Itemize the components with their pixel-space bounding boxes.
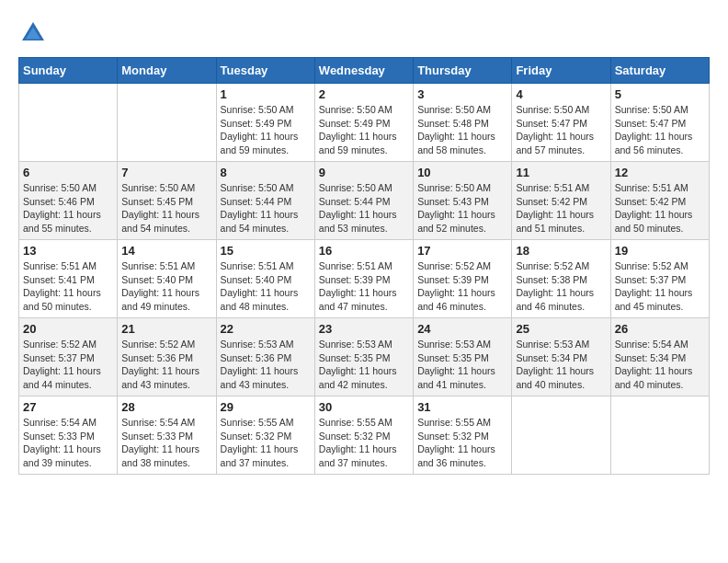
calendar-cell: 4Sunrise: 5:50 AM Sunset: 5:47 PM Daylig… — [512, 84, 610, 162]
day-info: Sunrise: 5:50 AM Sunset: 5:47 PM Dayligh… — [516, 103, 606, 157]
calendar-cell — [610, 396, 709, 475]
day-info: Sunrise: 5:50 AM Sunset: 5:46 PM Dayligh… — [23, 181, 113, 236]
calendar-cell — [118, 84, 216, 162]
calendar-cell: 6Sunrise: 5:50 AM Sunset: 5:46 PM Daylig… — [19, 162, 118, 240]
calendar-cell: 29Sunrise: 5:55 AM Sunset: 5:32 PM Dayli… — [216, 396, 314, 475]
day-info: Sunrise: 5:52 AM Sunset: 5:37 PM Dayligh… — [615, 259, 705, 314]
calendar-cell — [19, 84, 118, 162]
calendar-header: SundayMondayTuesdayWednesdayThursdayFrid… — [19, 58, 710, 84]
day-number: 31 — [417, 400, 507, 414]
day-info: Sunrise: 5:51 AM Sunset: 5:40 PM Dayligh… — [221, 259, 311, 314]
day-number: 27 — [23, 400, 113, 414]
calendar-cell: 25Sunrise: 5:53 AM Sunset: 5:34 PM Dayli… — [512, 318, 610, 396]
day-info: Sunrise: 5:52 AM Sunset: 5:39 PM Dayligh… — [417, 259, 507, 314]
day-info: Sunrise: 5:51 AM Sunset: 5:42 PM Dayligh… — [615, 181, 705, 236]
day-number: 2 — [319, 87, 409, 101]
week-row-5: 27Sunrise: 5:54 AM Sunset: 5:33 PM Dayli… — [19, 396, 710, 475]
calendar-cell: 27Sunrise: 5:54 AM Sunset: 5:33 PM Dayli… — [19, 396, 118, 475]
day-number: 5 — [615, 87, 705, 101]
day-number: 20 — [23, 322, 113, 336]
day-info: Sunrise: 5:52 AM Sunset: 5:36 PM Dayligh… — [121, 338, 211, 392]
day-info: Sunrise: 5:50 AM Sunset: 5:44 PM Dayligh… — [221, 181, 311, 236]
day-number: 25 — [516, 322, 606, 336]
calendar-cell: 14Sunrise: 5:51 AM Sunset: 5:40 PM Dayli… — [118, 240, 216, 318]
day-info: Sunrise: 5:53 AM Sunset: 5:35 PM Dayligh… — [417, 338, 507, 392]
logo — [18, 18, 51, 48]
day-number: 3 — [417, 87, 507, 101]
weekday-header-thursday: Thursday — [414, 58, 512, 84]
calendar-cell: 31Sunrise: 5:55 AM Sunset: 5:32 PM Dayli… — [414, 396, 512, 475]
day-number: 8 — [221, 166, 311, 179]
day-number: 15 — [221, 244, 311, 258]
calendar-cell: 9Sunrise: 5:50 AM Sunset: 5:44 PM Daylig… — [314, 162, 413, 240]
day-number: 1 — [221, 87, 311, 101]
day-number: 16 — [319, 244, 409, 258]
calendar-cell: 30Sunrise: 5:55 AM Sunset: 5:32 PM Dayli… — [314, 396, 413, 475]
calendar-cell: 21Sunrise: 5:52 AM Sunset: 5:36 PM Dayli… — [118, 318, 216, 396]
calendar-cell: 16Sunrise: 5:51 AM Sunset: 5:39 PM Dayli… — [314, 240, 413, 318]
calendar-body: 1Sunrise: 5:50 AM Sunset: 5:49 PM Daylig… — [19, 84, 710, 475]
calendar-cell: 19Sunrise: 5:52 AM Sunset: 5:37 PM Dayli… — [610, 240, 709, 318]
day-number: 26 — [615, 322, 705, 336]
day-info: Sunrise: 5:50 AM Sunset: 5:43 PM Dayligh… — [417, 181, 507, 236]
weekday-header-friday: Friday — [512, 58, 610, 84]
weekday-header-monday: Monday — [118, 58, 216, 84]
weekday-header-sunday: Sunday — [19, 58, 118, 84]
calendar-cell: 12Sunrise: 5:51 AM Sunset: 5:42 PM Dayli… — [610, 162, 709, 240]
calendar-cell: 28Sunrise: 5:54 AM Sunset: 5:33 PM Dayli… — [118, 396, 216, 475]
weekday-header-tuesday: Tuesday — [216, 58, 314, 84]
day-info: Sunrise: 5:54 AM Sunset: 5:33 PM Dayligh… — [23, 416, 113, 470]
calendar-cell: 2Sunrise: 5:50 AM Sunset: 5:49 PM Daylig… — [314, 84, 413, 162]
calendar-cell: 18Sunrise: 5:52 AM Sunset: 5:38 PM Dayli… — [512, 240, 610, 318]
day-info: Sunrise: 5:54 AM Sunset: 5:34 PM Dayligh… — [615, 338, 705, 392]
day-info: Sunrise: 5:51 AM Sunset: 5:42 PM Dayligh… — [516, 181, 606, 236]
calendar-cell: 10Sunrise: 5:50 AM Sunset: 5:43 PM Dayli… — [414, 162, 512, 240]
page-header — [18, 18, 710, 48]
day-info: Sunrise: 5:53 AM Sunset: 5:36 PM Dayligh… — [221, 338, 311, 392]
day-info: Sunrise: 5:53 AM Sunset: 5:35 PM Dayligh… — [319, 338, 409, 392]
week-row-4: 20Sunrise: 5:52 AM Sunset: 5:37 PM Dayli… — [19, 318, 710, 396]
calendar-cell — [512, 396, 610, 475]
day-number: 11 — [516, 166, 606, 179]
weekday-header-wednesday: Wednesday — [314, 58, 413, 84]
calendar-table: SundayMondayTuesdayWednesdayThursdayFrid… — [18, 57, 710, 475]
calendar-cell: 11Sunrise: 5:51 AM Sunset: 5:42 PM Dayli… — [512, 162, 610, 240]
calendar-cell: 22Sunrise: 5:53 AM Sunset: 5:36 PM Dayli… — [216, 318, 314, 396]
day-info: Sunrise: 5:50 AM Sunset: 5:45 PM Dayligh… — [121, 181, 211, 236]
calendar-cell: 20Sunrise: 5:52 AM Sunset: 5:37 PM Dayli… — [19, 318, 118, 396]
day-number: 22 — [221, 322, 311, 336]
weekday-header-saturday: Saturday — [610, 58, 709, 84]
day-info: Sunrise: 5:53 AM Sunset: 5:34 PM Dayligh… — [516, 338, 606, 392]
calendar-cell: 8Sunrise: 5:50 AM Sunset: 5:44 PM Daylig… — [216, 162, 314, 240]
day-info: Sunrise: 5:50 AM Sunset: 5:47 PM Dayligh… — [615, 103, 705, 157]
calendar-cell: 7Sunrise: 5:50 AM Sunset: 5:45 PM Daylig… — [118, 162, 216, 240]
day-number: 4 — [516, 87, 606, 101]
calendar-cell: 13Sunrise: 5:51 AM Sunset: 5:41 PM Dayli… — [19, 240, 118, 318]
week-row-2: 6Sunrise: 5:50 AM Sunset: 5:46 PM Daylig… — [19, 162, 710, 240]
week-row-1: 1Sunrise: 5:50 AM Sunset: 5:49 PM Daylig… — [19, 84, 710, 162]
calendar-cell: 1Sunrise: 5:50 AM Sunset: 5:49 PM Daylig… — [216, 84, 314, 162]
day-info: Sunrise: 5:55 AM Sunset: 5:32 PM Dayligh… — [221, 416, 311, 470]
day-info: Sunrise: 5:51 AM Sunset: 5:40 PM Dayligh… — [121, 259, 211, 314]
day-info: Sunrise: 5:51 AM Sunset: 5:41 PM Dayligh… — [23, 259, 113, 314]
day-number: 28 — [121, 400, 211, 414]
calendar-cell: 24Sunrise: 5:53 AM Sunset: 5:35 PM Dayli… — [414, 318, 512, 396]
week-row-3: 13Sunrise: 5:51 AM Sunset: 5:41 PM Dayli… — [19, 240, 710, 318]
day-info: Sunrise: 5:51 AM Sunset: 5:39 PM Dayligh… — [319, 259, 409, 314]
calendar-cell: 15Sunrise: 5:51 AM Sunset: 5:40 PM Dayli… — [216, 240, 314, 318]
day-info: Sunrise: 5:54 AM Sunset: 5:33 PM Dayligh… — [121, 416, 211, 470]
day-number: 24 — [417, 322, 507, 336]
calendar-cell: 26Sunrise: 5:54 AM Sunset: 5:34 PM Dayli… — [610, 318, 709, 396]
day-number: 14 — [121, 244, 211, 258]
day-number: 9 — [319, 166, 409, 179]
day-number: 13 — [23, 244, 113, 258]
day-number: 19 — [615, 244, 705, 258]
calendar-cell: 17Sunrise: 5:52 AM Sunset: 5:39 PM Dayli… — [414, 240, 512, 318]
day-number: 7 — [121, 166, 211, 179]
day-number: 30 — [319, 400, 409, 414]
day-number: 21 — [121, 322, 211, 336]
day-number: 29 — [221, 400, 311, 414]
calendar-cell: 3Sunrise: 5:50 AM Sunset: 5:48 PM Daylig… — [414, 84, 512, 162]
day-info: Sunrise: 5:55 AM Sunset: 5:32 PM Dayligh… — [319, 416, 409, 470]
day-info: Sunrise: 5:50 AM Sunset: 5:48 PM Dayligh… — [417, 103, 507, 157]
